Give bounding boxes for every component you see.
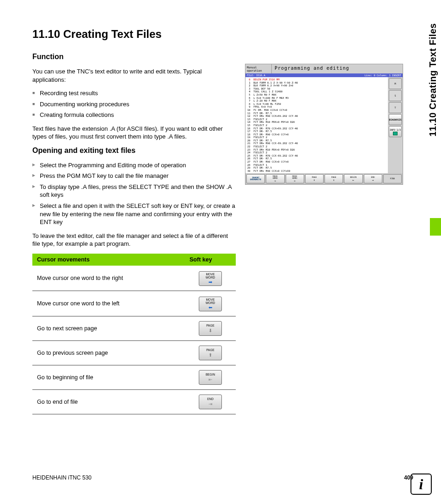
table-row: Move cursor one word to the rightMOVEWOR…	[32, 266, 236, 291]
function-outro: Text files have the extension .A (for AS…	[32, 125, 236, 141]
table-row: Go to beginning of fileBEGIN⇤	[32, 365, 236, 390]
arrow-icon: ⬅	[208, 305, 212, 310]
ss-softkey[interactable]: FIND	[383, 174, 402, 183]
function-intro: You can use the TNC's text editor to wri…	[32, 67, 236, 84]
table-head-right: Soft key	[185, 254, 236, 266]
ss-softkey[interactable]: MOVEWORD➡	[266, 174, 284, 183]
cursor-movement-label: Go to end of file	[32, 390, 185, 414]
cursor-movement-label: Go to beginning of file	[32, 365, 185, 390]
ss-softkey[interactable]: INSERTOVERWRITE	[246, 174, 265, 183]
ss-softkey-row: INSERTOVERWRITEMOVEWORD➡MOVEWORD⬅PAGE⬇PA…	[245, 173, 403, 184]
cursor-movement-label: Go to previous screen page	[32, 341, 185, 365]
table-row: Go to end of fileEND⇥	[32, 390, 236, 414]
footer-left: HEIDENHAIN iTNC 530	[32, 474, 92, 481]
ss-softkey[interactable]: END⇥	[364, 174, 382, 183]
softkey-cell: MOVEWORD➡	[185, 266, 236, 291]
bullet-item: Documenting working procedures	[32, 100, 236, 109]
arrow-icon: ⇤	[208, 377, 212, 382]
step-item: To display type .A files, press the SELE…	[32, 183, 236, 199]
softkey-cell: PAGE⬆	[185, 341, 236, 365]
softkey-cell: MOVEWORD⬅	[185, 291, 236, 316]
cursor-movement-label: Move cursor one word to the right	[32, 266, 185, 291]
softkey-end[interactable]: END⇥	[199, 395, 222, 409]
bullet-item: Recording test results	[32, 89, 236, 97]
ss-side-button[interactable]: INFO 1/3	[389, 126, 402, 137]
table-row: Go to next screen pagePAGE⬇	[32, 316, 236, 341]
function-bullets: Recording test resultsDocumenting workin…	[32, 89, 236, 119]
softkey-cell: PAGE⬇	[185, 316, 236, 341]
screenshot-preview: Manual operation Programming and editing…	[245, 64, 403, 185]
softkey-move-word[interactable]: MOVEWORD➡	[199, 271, 222, 286]
bullet-item: Creating formula collections	[32, 111, 236, 119]
arrow-icon: ➡	[208, 279, 212, 285]
ss-softkey[interactable]: PAGE⬇	[305, 174, 324, 183]
arrow-icon: ⬇	[208, 328, 212, 333]
cursor-movements-table: Cursor movements Soft key Move cursor on…	[32, 254, 236, 414]
ss-code: 0 BEGIN PGM 3516 MM 1 BLK FORM 0.1 Z X-9…	[245, 77, 388, 173]
ss-side-button[interactable]: M	[389, 78, 402, 89]
ss-side-button[interactable]: T	[389, 102, 402, 113]
open-outro: To leave the text editor, call the file …	[32, 232, 236, 248]
softkey-page[interactable]: PAGE⬇	[199, 321, 222, 336]
step-item: Select a file and open it with the SELEC…	[32, 202, 236, 226]
section-function-title: Function	[32, 53, 236, 61]
ss-mode-label: Manual operation	[245, 64, 272, 73]
ss-side-buttons: MSTDIAGNOSISINFO 1/3	[388, 77, 403, 173]
page-title: 11.10 Creating Text Files	[32, 28, 413, 41]
ss-title: Programming and editing	[272, 64, 403, 73]
info-icon: i	[410, 474, 432, 495]
arrow-icon: ⇥	[208, 401, 212, 407]
section-open-title: Opening and exiting text files	[32, 146, 236, 155]
softkey-move-word[interactable]: MOVEWORD⬅	[199, 297, 222, 311]
table-row: Move cursor one word to the leftMOVEWORD…	[32, 291, 236, 316]
ss-side-button[interactable]: S	[389, 90, 402, 101]
step-item: Select the Programming and Editing mode …	[32, 161, 236, 170]
cursor-movement-label: Go to next screen page	[32, 316, 185, 341]
softkey-begin[interactable]: BEGIN⇤	[199, 370, 222, 385]
table-head-left: Cursor movements	[32, 254, 185, 266]
open-steps: Select the Programming and Editing mode …	[32, 161, 236, 226]
softkey-cell: END⇥	[185, 390, 236, 414]
step-item: Press the PGM MGT key to call the file m…	[32, 172, 236, 180]
page-footer: HEIDENHAIN iTNC 530 409	[32, 474, 413, 481]
ss-softkey[interactable]: BEGIN⇤	[344, 174, 362, 183]
ss-filebar: FILE: 3516.A Line: 0 Column: 1 INSERT	[245, 73, 403, 77]
ss-softkey[interactable]: PAGE⬆	[325, 174, 343, 183]
softkey-cell: BEGIN⇤	[185, 365, 236, 390]
ss-side-button[interactable]: DIAGNOSIS	[389, 114, 402, 125]
arrow-icon: ⬆	[208, 352, 212, 358]
cursor-movement-label: Move cursor one word to the left	[32, 291, 185, 316]
softkey-page[interactable]: PAGE⬆	[199, 346, 222, 360]
table-row: Go to previous screen pagePAGE⬆	[32, 341, 236, 365]
ss-softkey[interactable]: MOVEWORD⬅	[286, 174, 304, 183]
